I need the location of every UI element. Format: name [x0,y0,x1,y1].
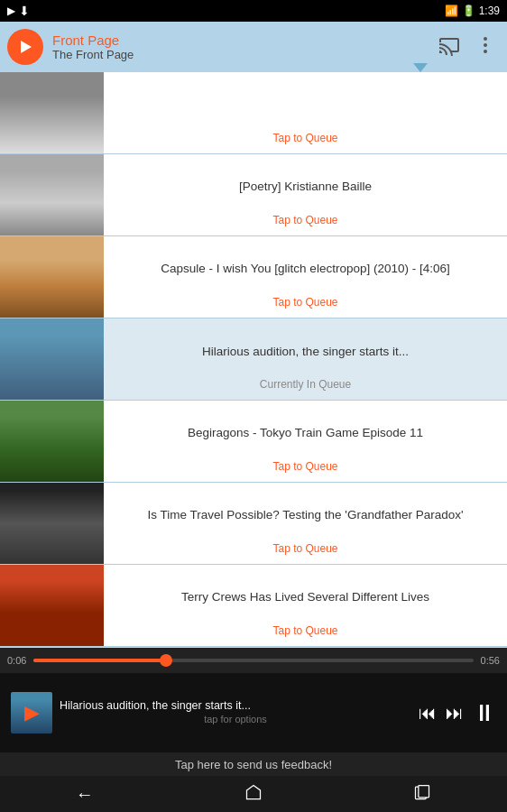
queued-label-4: Currently In Queue [115,376,496,391]
item-title-6: Is Time Travel Possible? Testing the 'Gr… [115,492,496,539]
progress-thumb [160,654,172,667]
item-content-1: Tap to Queue [104,72,507,153]
item-title-4: Hilarious audition, the singer starts it… [115,328,496,376]
play-status-icon: ▶ [7,5,15,17]
bottom-player: 0:06 0:56 ▶ Hilarious audition, the sing… [0,648,507,752]
player-thumbnail: ▶ [11,692,52,734]
app-bar-actions [435,31,500,64]
progress-bar-container[interactable]: 0:06 0:56 [0,648,507,673]
player-title: Hilarious audition, the singer starts it… [60,699,411,712]
nav-bar: ← [0,776,507,812]
status-right-icons: 📶 🔋 1:39 [445,5,500,17]
content-list[interactable]: Tap to Queue[Poetry] Kristianne BailleTa… [0,72,507,648]
app-bar: Front Page The Front Page [0,22,507,72]
time-end: 0:56 [481,655,500,666]
list-item[interactable]: Tap to Queue [0,72,507,154]
tap-to-queue-7[interactable]: Tap to Queue [115,621,496,637]
item-content-5: Begiragons - Tokyo Train Game Episode 11… [104,401,507,482]
feedback-strip[interactable]: Tap here to send us feedback! [0,752,507,776]
list-item[interactable]: [Poetry] Kristianne BailleTap to Queue [0,154,507,236]
item-thumbnail-3 [0,236,104,318]
item-title-7: Terry Crews Has Lived Several Different … [115,574,496,621]
list-item[interactable]: Is Time Travel Possible? Testing the 'Gr… [0,483,507,565]
tap-to-queue-5[interactable]: Tap to Queue [115,457,496,473]
item-thumbnail-4 [0,318,104,400]
list-item[interactable]: Terry Crews Has Lived Several Different … [0,565,507,647]
svg-point-2 [484,43,487,47]
player-info: Hilarious audition, the singer starts it… [60,699,411,726]
item-thumbnail-7 [0,565,104,646]
next-button[interactable]: ⏭ [446,703,464,724]
item-content-3: Capsule - I wish You [glitch electropop]… [104,236,507,318]
svg-marker-0 [21,41,32,53]
play-pause-button[interactable]: ⏸ [473,699,496,727]
item-content-7: Terry Crews Has Lived Several Different … [104,565,507,646]
tap-to-queue-3[interactable]: Tap to Queue [115,292,496,309]
cast-button[interactable] [435,31,464,64]
item-title-1 [115,81,496,128]
play-logo-icon [16,38,34,56]
tap-to-queue-2[interactable]: Tap to Queue [115,210,496,226]
tap-options[interactable]: tap for options [60,712,411,726]
progress-fill [33,659,165,662]
app-subtitle: The Front Page [52,48,435,61]
app-title: Front Page [52,32,435,48]
list-item[interactable]: Capsule - I wish You [glitch electropop]… [0,236,507,318]
recents-button[interactable] [395,780,449,809]
item-thumbnail-2 [0,154,104,235]
wifi-icon: 📶 [445,5,458,17]
back-button[interactable]: ← [58,780,112,808]
item-content-2: [Poetry] Kristianne BailleTap to Queue [104,154,507,235]
player-thumb-arrow-icon: ▶ [24,701,40,724]
triangle-indicator [413,63,428,72]
progress-track[interactable] [33,659,473,662]
feedback-text: Tap here to send us feedback! [175,758,332,771]
time-start: 0:06 [7,655,26,666]
svg-point-3 [484,50,487,53]
item-thumbnail-6 [0,483,104,564]
player-main: ▶ Hilarious audition, the singer starts … [0,673,507,752]
item-title-2: [Poetry] Kristianne Baille [115,163,496,210]
download-icon: ⬇ [19,4,30,18]
list-item[interactable]: Begiragons - Tokyo Train Game Episode 11… [0,401,507,483]
home-button[interactable] [226,780,281,809]
clock: 1:39 [479,5,500,17]
svg-rect-5 [419,785,429,797]
list-item[interactable]: Hilarious audition, the singer starts it… [0,318,507,401]
item-thumbnail-1 [0,72,104,153]
prev-button[interactable]: ⏮ [419,703,437,724]
item-thumbnail-5 [0,401,104,482]
item-content-4: Hilarious audition, the singer starts it… [104,318,507,400]
item-title-5: Begiragons - Tokyo Train Game Episode 11 [115,410,496,457]
item-title-3: Capsule - I wish You [glitch electropop]… [115,245,496,292]
player-controls[interactable]: ⏮ ⏭ ⏸ [419,699,496,727]
tap-to-queue-6[interactable]: Tap to Queue [115,539,496,555]
more-button[interactable] [471,31,500,64]
app-logo[interactable] [7,29,43,65]
svg-point-1 [484,37,487,41]
tap-to-queue-1[interactable]: Tap to Queue [115,128,496,144]
item-content-6: Is Time Travel Possible? Testing the 'Gr… [104,483,507,564]
app-titles: Front Page The Front Page [52,32,435,61]
battery-icon: 🔋 [462,5,475,17]
status-left-icons: ▶ ⬇ [7,4,30,18]
status-bar: ▶ ⬇ 📶 🔋 1:39 [0,0,507,22]
